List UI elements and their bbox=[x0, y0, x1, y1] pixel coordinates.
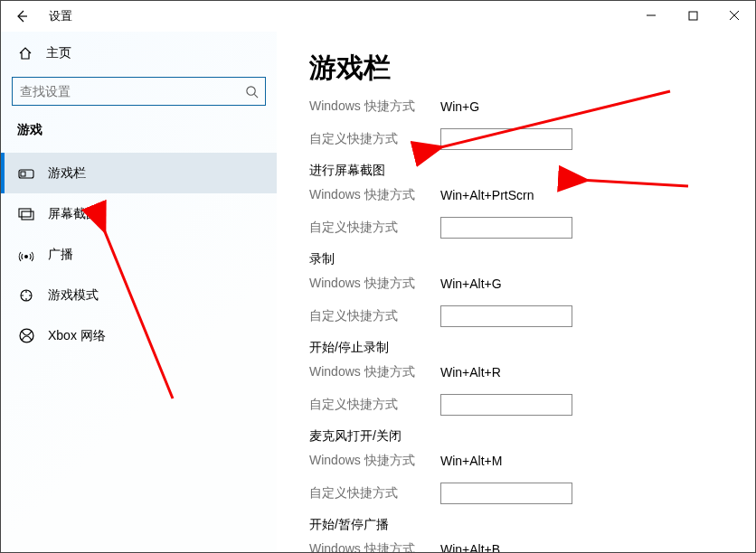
mic-custom-input[interactable] bbox=[440, 483, 572, 504]
minimize-icon bbox=[646, 10, 657, 21]
nav-label: 游戏栏 bbox=[48, 165, 86, 182]
nav-list: 游戏栏 屏幕截图 广播 bbox=[1, 153, 277, 356]
svg-point-10 bbox=[24, 255, 28, 258]
category-header: 游戏 bbox=[1, 106, 277, 147]
windows-shortcut-label: Windows 快捷方式 bbox=[309, 276, 440, 292]
nav-label: 游戏模式 bbox=[48, 287, 99, 304]
nav-game-mode[interactable]: 游戏模式 bbox=[1, 275, 277, 315]
section-mic: 麦克风打开/关闭 bbox=[309, 428, 755, 445]
custom-shortcut-label: 自定义快捷方式 bbox=[309, 220, 440, 236]
sidebar: 主页 游戏 游戏栏 bbox=[1, 32, 277, 552]
content-pane: 游戏栏 Windows 快捷方式 Win+G 自定义快捷方式 进行屏幕截图 Wi… bbox=[277, 32, 755, 552]
search-input[interactable] bbox=[13, 78, 238, 105]
window-controls bbox=[630, 1, 755, 30]
nav-broadcast[interactable]: 广播 bbox=[1, 234, 277, 275]
search-icon bbox=[238, 85, 265, 98]
titlebar: 设置 bbox=[1, 1, 755, 32]
nav-game-bar[interactable]: 游戏栏 bbox=[1, 153, 277, 193]
nav-label: Xbox 网络 bbox=[48, 328, 106, 344]
broadcast-shortcut: Win+Alt+B bbox=[440, 542, 500, 552]
nav-screenshot[interactable]: 屏幕截图 bbox=[1, 193, 277, 234]
screenshot-shortcut: Win+Alt+PrtScrn bbox=[440, 188, 534, 202]
windows-shortcut-label: Windows 快捷方式 bbox=[309, 187, 440, 203]
record-shortcut: Win+Alt+G bbox=[440, 276, 502, 291]
custom-shortcut-label: 自定义快捷方式 bbox=[309, 308, 440, 324]
svg-line-5 bbox=[254, 94, 258, 98]
back-button[interactable] bbox=[1, 1, 42, 32]
home-nav[interactable]: 主页 bbox=[1, 35, 277, 71]
svg-rect-8 bbox=[19, 209, 31, 217]
close-button[interactable] bbox=[713, 1, 755, 30]
page-title: 游戏栏 bbox=[309, 50, 755, 87]
search-box[interactable] bbox=[12, 77, 266, 106]
broadcast-icon bbox=[17, 248, 35, 262]
maximize-button[interactable] bbox=[672, 1, 713, 30]
svg-rect-9 bbox=[22, 211, 33, 220]
minimize-button[interactable] bbox=[630, 1, 672, 30]
open-gamebar-shortcut: Win+G bbox=[440, 99, 479, 114]
section-startstop: 开始/停止录制 bbox=[309, 340, 755, 356]
windows-shortcut-label: Windows 快捷方式 bbox=[309, 541, 440, 552]
startstop-shortcut: Win+Alt+R bbox=[440, 365, 501, 380]
section-screenshot: 进行屏幕截图 bbox=[309, 163, 755, 179]
custom-shortcut-label: 自定义快捷方式 bbox=[309, 131, 440, 147]
screenshot-icon bbox=[17, 208, 35, 220]
windows-shortcut-label: Windows 快捷方式 bbox=[309, 453, 440, 469]
settings-window: 设置 主页 游戏 bbox=[0, 0, 756, 553]
record-custom-input[interactable] bbox=[440, 305, 572, 327]
open-gamebar-custom-input[interactable] bbox=[440, 128, 572, 150]
startstop-custom-input[interactable] bbox=[440, 394, 572, 416]
home-label: 主页 bbox=[46, 45, 71, 61]
section-record: 录制 bbox=[309, 251, 755, 267]
home-icon bbox=[17, 46, 33, 61]
nav-xbox-network[interactable]: Xbox 网络 bbox=[1, 315, 277, 356]
gamemode-icon bbox=[17, 288, 35, 303]
screenshot-custom-input[interactable] bbox=[440, 217, 572, 239]
svg-point-4 bbox=[246, 86, 254, 94]
window-title: 设置 bbox=[49, 8, 72, 24]
custom-shortcut-label: 自定义快捷方式 bbox=[309, 397, 440, 413]
maximize-icon bbox=[688, 11, 698, 21]
xbox-icon bbox=[17, 328, 35, 343]
arrow-left-icon bbox=[14, 9, 29, 23]
windows-shortcut-label: Windows 快捷方式 bbox=[309, 364, 440, 380]
nav-label: 屏幕截图 bbox=[48, 206, 99, 222]
custom-shortcut-label: 自定义快捷方式 bbox=[309, 485, 440, 501]
gamebar-icon bbox=[17, 167, 35, 180]
close-icon bbox=[729, 10, 740, 21]
windows-shortcut-label: Windows 快捷方式 bbox=[309, 98, 440, 115]
svg-rect-7 bbox=[21, 172, 25, 176]
section-broadcast: 开始/暂停广播 bbox=[309, 517, 755, 533]
nav-label: 广播 bbox=[48, 247, 73, 263]
mic-shortcut: Win+Alt+M bbox=[440, 454, 502, 468]
svg-rect-1 bbox=[689, 12, 697, 20]
